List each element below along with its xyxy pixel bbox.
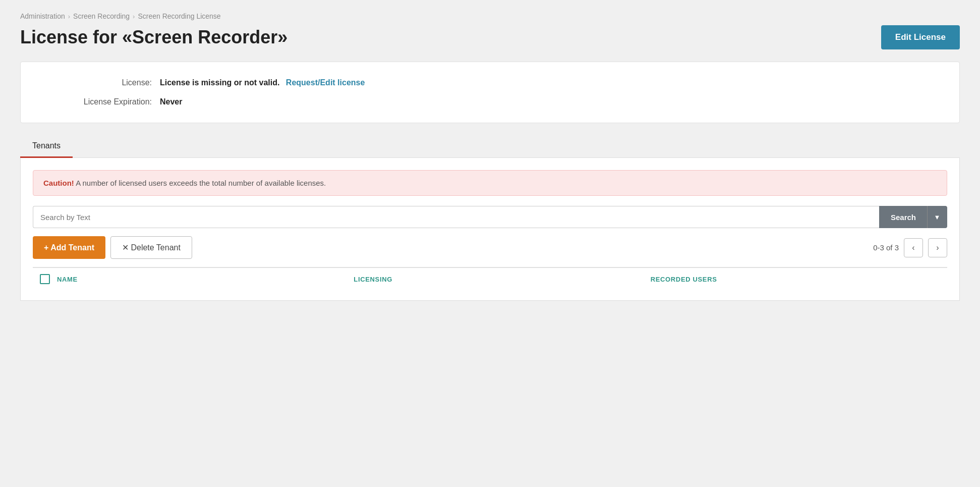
select-all-checkbox[interactable]: [40, 274, 50, 284]
chevron-down-icon: ▼: [934, 213, 941, 221]
breadcrumb-screen-recording[interactable]: Screen Recording: [73, 12, 130, 20]
license-field-label: License:: [41, 78, 152, 87]
page-wrapper: Administration › Screen Recording › Scre…: [0, 0, 980, 487]
search-btn-group: Search ▼: [879, 206, 947, 228]
page-title: License for «Screen Recorder»: [20, 27, 287, 48]
pagination-prev-button[interactable]: ‹: [904, 238, 923, 257]
table-header-row: NAME LICENSING RECORDED USERS: [33, 267, 947, 288]
tab-tenants[interactable]: Tenants: [20, 135, 73, 158]
caution-banner: Caution! A number of licensed users exce…: [33, 170, 947, 196]
actions-row: + Add Tenant ✕ Delete Tenant 0-3 of 3 ‹ …: [33, 236, 947, 259]
search-input[interactable]: [33, 206, 879, 228]
caution-label: Caution!: [43, 179, 74, 187]
table-col-name-header: NAME: [57, 276, 354, 283]
edit-license-button[interactable]: Edit License: [881, 25, 960, 49]
license-missing-text: License is missing or not valid.: [160, 78, 279, 87]
table-col-recorded-users-header: RECORDED USERS: [651, 276, 947, 283]
pagination-next-button[interactable]: ›: [928, 238, 947, 257]
expiration-field-value: Never: [160, 97, 182, 106]
tab-content: Caution! A number of licensed users exce…: [20, 158, 960, 301]
search-dropdown-button[interactable]: ▼: [927, 206, 947, 228]
breadcrumb: Administration › Screen Recording › Scre…: [20, 12, 960, 20]
tabs-bar: Tenants: [20, 135, 960, 158]
breadcrumb-screen-recording-license: Screen Recording License: [138, 12, 220, 20]
search-button[interactable]: Search: [879, 206, 927, 228]
pagination-info: 0-3 of 3 ‹ ›: [873, 238, 947, 257]
search-row: Search ▼: [33, 206, 947, 228]
expiration-field-label: License Expiration:: [41, 97, 152, 106]
license-field-value: License is missing or not valid. Request…: [160, 78, 365, 87]
delete-tenant-button[interactable]: ✕ Delete Tenant: [110, 236, 192, 259]
license-row: License: License is missing or not valid…: [41, 78, 939, 87]
table-col-licensing-header: LICENSING: [354, 276, 650, 283]
breadcrumb-sep-2: ›: [133, 13, 135, 20]
page-header: License for «Screen Recorder» Edit Licen…: [20, 25, 960, 49]
caution-message: A number of licensed users exceeds the t…: [76, 179, 326, 187]
breadcrumb-administration[interactable]: Administration: [20, 12, 65, 20]
license-info-card: License: License is missing or not valid…: [20, 62, 960, 123]
request-edit-license-link[interactable]: Request/Edit license: [286, 78, 365, 87]
chevron-right-icon: ›: [936, 243, 939, 252]
actions-left: + Add Tenant ✕ Delete Tenant: [33, 236, 192, 259]
table-col-checkbox: [33, 274, 57, 284]
chevron-left-icon: ‹: [912, 243, 914, 252]
expiration-row: License Expiration: Never: [41, 97, 939, 106]
breadcrumb-sep-1: ›: [68, 13, 70, 20]
pagination-count: 0-3 of 3: [873, 243, 899, 252]
add-tenant-button[interactable]: + Add Tenant: [33, 236, 105, 259]
tabs-section: Tenants Caution! A number of licensed us…: [20, 135, 960, 301]
